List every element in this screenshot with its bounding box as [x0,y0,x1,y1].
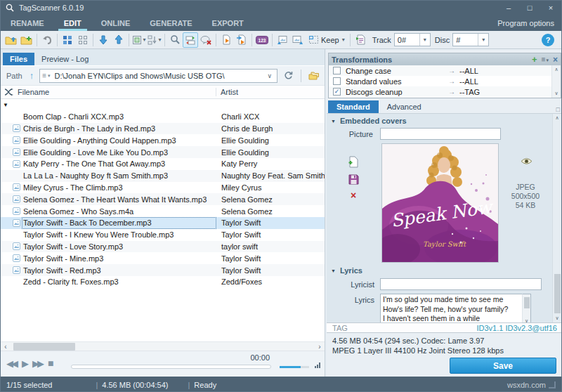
scroll-up-button[interactable]: ∧ [554,67,558,72]
delete-picture-button[interactable]: × [351,191,356,200]
editor-scrollbar[interactable]: ∧ ∨ [552,114,561,322]
checkbox[interactable]: ✓ [333,88,341,96]
path-value[interactable]: D:\Jonah EYN\Clips and Shows\Music USB O… [55,72,265,80]
chevron-down-icon[interactable]: ▾ [478,34,488,46]
resize-grip[interactable] [549,381,556,388]
disc-combo[interactable]: #▾ [452,33,489,46]
track-combo[interactable]: 0#▾ [394,33,431,46]
add-picture-button[interactable] [348,156,359,168]
view-picture-button[interactable] [521,157,532,165]
transformations-menu-button[interactable]: ≡▾ [542,55,549,63]
menu-edit[interactable]: EDIT [54,15,91,31]
collapse-icon[interactable]: ▼ [331,119,336,124]
tab-advanced[interactable]: Advanced [379,100,430,113]
table-row[interactable]: Selena Gomez - The Heart Wants What It W… [1,193,325,205]
close-panel-button[interactable]: × [553,55,558,65]
transformation-row[interactable]: Standard values → --ALL [329,76,561,86]
scroll-down-button[interactable]: ∨ [554,91,558,96]
minimize-button[interactable]: – [498,1,519,15]
search-button[interactable] [167,32,183,48]
play-button[interactable]: ▶ [22,358,27,369]
menu-export[interactable]: EXPORT [202,15,254,31]
chevron-down-icon[interactable]: ▾ [419,34,430,46]
float-panel-icon[interactable]: □ [556,106,560,113]
table-row[interactable]: Taylor Swift - Red.mp3 Taylor Swift [1,264,325,276]
lyrics-section[interactable]: ▼ Lyrics [327,265,562,276]
remove-tags-button[interactable] [198,32,214,48]
table-row[interactable]: Taylor Swift - Mine.mp3 Taylor Swift [1,252,325,264]
lyrics-scrollbar[interactable]: ∨ [522,294,531,325]
transformation-row[interactable]: ✓ Discogs cleanup → --TAG [329,86,561,97]
table-row[interactable]: Taylor Swift - Back To December.mp3 Tayl… [1,217,325,229]
renumber-button[interactable]: 123 [254,32,270,48]
path-combo[interactable]: ≡ ▾ D:\Jonah EYN\Clips and Shows\Music U… [39,69,277,83]
lyricist-input[interactable] [380,278,542,290]
transformation-row[interactable]: Change case → --ALL [329,65,561,76]
browse-folders-button[interactable] [306,68,322,84]
table-row[interactable]: Boom Clap - Charli XCX.mp3 Charli XCX [1,111,325,123]
picture-input[interactable] [380,128,501,140]
add-transformation-button[interactable]: + [532,54,537,65]
tab-files[interactable]: Files [3,53,34,65]
table-row[interactable]: Katy Perry - The One That Got Away.mp3 K… [1,158,325,170]
scrollbar-thumb[interactable] [554,274,561,313]
tab-standard[interactable]: Standard [328,100,379,113]
save-button[interactable]: Save [450,358,556,374]
open-folder-button[interactable] [4,32,19,48]
undo-button[interactable] [39,32,55,48]
table-row[interactable]: Selena Gomez - Who Says.m4a Selena Gomez [1,205,325,217]
table-row[interactable]: La La La - Naughty Boy ft Sam Smith.mp3 … [1,170,325,182]
table-row[interactable]: Taylor Swift - Love Story.mp3 taylor swi… [1,241,325,253]
close-button[interactable]: × [540,1,561,15]
sort-button[interactable]: ▾ [147,32,162,48]
table-row[interactable]: ▼ [1,99,325,111]
scrollbar-thumb[interactable] [524,297,530,308]
save-picture-button[interactable] [348,174,359,185]
album-cover[interactable]: Speak Now Taylor Swift [381,143,499,263]
horizontal-scrollbar[interactable]: ‹ › [1,341,325,351]
maximize-button[interactable]: □ [519,1,540,15]
path-menu-icon[interactable]: ≡ [42,72,46,79]
scroll-up-button[interactable]: ∧ [553,115,561,121]
column-header-artist[interactable]: Artist [216,88,325,96]
move-down-button[interactable] [96,32,111,48]
play-file-button[interactable] [218,32,234,48]
stop-button[interactable]: ■ [48,358,53,369]
collapse-icon[interactable]: ▼ [331,268,336,273]
table-row[interactable]: Ellie Goulding - Anything Could Happen.m… [1,134,325,146]
forward-button[interactable]: ▶▶ [32,358,42,369]
copy-tags-button[interactable] [234,32,249,48]
rewind-button[interactable]: ◀◀ [6,358,16,369]
shuffle-icon[interactable] [1,89,16,96]
volume-slider[interactable] [280,366,309,368]
checkbox[interactable] [333,77,341,85]
deselect-all-button[interactable] [75,32,91,48]
menu-generate[interactable]: GENERATE [140,15,202,31]
help-button[interactable]: ? [542,34,554,46]
column-header-filename[interactable]: Filename [16,88,216,96]
table-row[interactable]: Taylor Swift - I Knew You Were Trouble.m… [1,229,325,241]
parent-folder-button[interactable]: ↑ [30,70,34,81]
path-dropdown-chevron[interactable]: ∨ [264,72,275,79]
scroll-down-button[interactable]: ∨ [553,315,561,321]
add-folder-button[interactable] [19,32,34,48]
insert-tags-button[interactable] [353,32,368,48]
cover-export-button[interactable] [290,32,306,48]
scrollbar-thumb[interactable] [13,343,75,351]
table-row[interactable]: Zedd - Clarity ft. Foxes.mp3 Zedd/Foxes [1,276,325,288]
menu-rename[interactable]: RENAME [1,15,54,31]
move-up-button[interactable] [111,32,126,48]
select-all-button[interactable] [60,32,75,48]
cover-import-button[interactable] [275,32,290,48]
group-triangle[interactable]: ▼ [1,102,11,108]
lyrics-textarea[interactable]: I'm so glad you made time to see me How'… [380,294,522,325]
refresh-button[interactable] [280,68,296,84]
transformations-scrollbar[interactable]: ∧ ∨ [551,65,561,98]
selection-mode-button[interactable]: ▾ [131,32,147,48]
program-options-link[interactable]: Program options [490,15,561,31]
embedded-covers-section[interactable]: ▼ Embedded covers [327,115,562,126]
table-row[interactable]: Miley Cyrus - The Climb.mp3 Miley Cyrus [1,182,325,194]
scrollbar-track[interactable] [11,342,315,351]
menu-online[interactable]: ONLINE [91,15,140,31]
scroll-left-button[interactable]: ‹ [1,342,11,351]
